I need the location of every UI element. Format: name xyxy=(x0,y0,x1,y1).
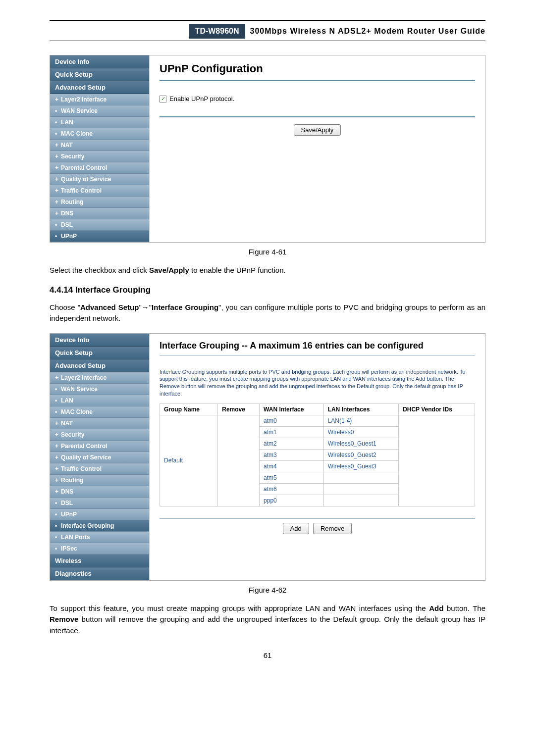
divider xyxy=(160,116,475,117)
wan-interface-cell: atm5 xyxy=(260,472,324,483)
sidebar-item-quality-of-service[interactable]: +Quality of Service xyxy=(50,452,149,463)
instruction-paragraph-2: To support this feature, you must create… xyxy=(50,603,485,637)
expand-icon: + xyxy=(55,96,58,103)
sidebar-item-nat[interactable]: +NAT xyxy=(50,418,149,429)
wan-interface-cell: atm2 xyxy=(260,438,324,449)
ig-title: Interface Grouping -- A maximum 16 entri… xyxy=(160,341,475,351)
text: Select the checkbox and click xyxy=(50,266,149,274)
sidebar-label: UPnP xyxy=(61,511,77,518)
sidebar-item-wan-service[interactable]: •WAN Service xyxy=(50,105,149,117)
sidebar-item-traffic-control[interactable]: +Traffic Control xyxy=(50,463,149,475)
instruction-paragraph-1: Select the checkbox and click Save/Apply… xyxy=(50,265,485,276)
sidebar-item-lan[interactable]: •LAN xyxy=(50,395,149,406)
sidebar-item-lan-ports[interactable]: •LAN Ports xyxy=(50,532,149,543)
sidebar-item-parental-control[interactable]: +Parental Control xyxy=(50,441,149,452)
sidebar-label: Parental Control xyxy=(61,443,107,450)
bullet-icon: • xyxy=(55,408,57,415)
lan-interface-cell xyxy=(323,495,399,506)
sidebar-item-nat[interactable]: +NAT xyxy=(50,140,149,151)
sidebar-item-lan[interactable]: •LAN xyxy=(50,117,149,128)
bullet-icon: • xyxy=(55,545,57,552)
enable-upnp-label: Enable UPnP protocol. xyxy=(169,95,234,102)
table-header: DHCP Vendor IDs xyxy=(399,403,475,415)
sidebar-item-dsl[interactable]: •DSL xyxy=(50,498,149,509)
sidebar-item-wan-service[interactable]: •WAN Service xyxy=(50,384,149,395)
divider xyxy=(160,518,475,519)
sidebar-item-routing[interactable]: +Routing xyxy=(50,197,149,208)
sidebar-item-device-info[interactable]: Device Info xyxy=(50,55,149,68)
sidebar-label: DSL xyxy=(61,500,73,506)
sidebar-item-interface-grouping[interactable]: •Interface Grouping xyxy=(50,520,149,532)
wan-interface-cell: atm6 xyxy=(260,483,324,495)
sidebar-label: Routing xyxy=(61,199,83,205)
sidebar-item-quick-setup[interactable]: Quick Setup xyxy=(50,347,149,359)
sidebar-label: Interface Grouping xyxy=(61,522,114,529)
sidebar-item-dsl[interactable]: •DSL xyxy=(50,219,149,231)
expand-icon: + xyxy=(55,374,58,381)
sidebar-item-security[interactable]: +Security xyxy=(50,429,149,441)
expand-icon: + xyxy=(55,477,58,484)
text: Choose " xyxy=(50,303,80,311)
sidebar-item-layer2-interface[interactable]: +Layer2 Interface xyxy=(50,94,149,105)
bullet-icon: • xyxy=(55,522,57,529)
table-header: WAN Interface xyxy=(260,403,324,415)
text: button. The xyxy=(443,604,485,612)
bullet-icon: • xyxy=(55,130,57,137)
text-bold: Add xyxy=(429,604,443,612)
sidebar-item-ipsec[interactable]: •IPSec xyxy=(50,543,149,554)
lan-interface-cell: Wireless0_Guest1 xyxy=(323,438,399,449)
sidebar-label: Traffic Control xyxy=(61,187,102,194)
upnp-config-screenshot: Device Info Quick Setup Advanced Setup +… xyxy=(50,55,485,243)
sidebar-label: WAN Service xyxy=(61,107,98,114)
lan-interface-cell xyxy=(323,472,399,483)
sidebar-item-routing[interactable]: +Routing xyxy=(50,475,149,486)
expand-icon: + xyxy=(55,176,58,183)
bullet-icon: • xyxy=(55,119,57,126)
guide-title: 300Mbps Wireless N ADSL2+ Modem Router U… xyxy=(250,27,485,36)
section-intro: Choose "Advanced Setup"→"Interface Group… xyxy=(50,302,485,324)
sidebar-item-dns[interactable]: +DNS xyxy=(50,208,149,219)
sidebar-item-advanced-setup[interactable]: Advanced Setup xyxy=(50,359,149,372)
sidebar-item-upnp[interactable]: •UPnP xyxy=(50,509,149,520)
sidebar-item-dns[interactable]: +DNS xyxy=(50,486,149,498)
text: button will remove the grouping and add … xyxy=(50,615,485,635)
sidebar-label: MAC Clone xyxy=(61,408,93,415)
expand-icon: + xyxy=(55,187,58,194)
wan-interface-cell: atm1 xyxy=(260,426,324,438)
save-apply-button[interactable]: Save/Apply xyxy=(294,124,341,136)
dhcp-vendor-cell xyxy=(399,415,475,506)
document-header: TD-W8960N 300Mbps Wireless N ADSL2+ Mode… xyxy=(50,24,485,39)
sidebar-label: DNS xyxy=(61,488,73,495)
enable-upnp-checkbox[interactable]: ✓ xyxy=(160,96,166,102)
sidebar-item-wireless[interactable]: Wireless xyxy=(50,554,149,567)
lan-interface-cell: Wireless0_Guest3 xyxy=(323,460,399,472)
sidebar-item-mac-clone[interactable]: •MAC Clone xyxy=(50,128,149,140)
sidebar-item-mac-clone[interactable]: •MAC Clone xyxy=(50,406,149,418)
remove-button[interactable]: Remove xyxy=(313,523,352,534)
interface-grouping-table: Group NameRemoveWAN InterfaceLAN Interfa… xyxy=(160,403,475,506)
sidebar-item-parental-control[interactable]: +Parental Control xyxy=(50,162,149,174)
add-button[interactable]: Add xyxy=(283,523,309,534)
sidebar-nav: Device Info Quick Setup Advanced Setup +… xyxy=(50,334,149,580)
sidebar-item-device-info[interactable]: Device Info xyxy=(50,334,149,347)
text: "→" xyxy=(139,303,152,311)
header-bottom-rule xyxy=(50,41,485,41)
wan-interface-cell: atm4 xyxy=(260,460,324,472)
text: to enable the UPnP function. xyxy=(189,266,286,274)
sidebar-item-advanced-setup[interactable]: Advanced Setup xyxy=(50,81,149,94)
table-header: Group Name xyxy=(160,403,218,415)
bullet-icon: • xyxy=(55,511,57,518)
sidebar-label: Security xyxy=(61,153,84,160)
sidebar-label: NAT xyxy=(61,142,73,149)
sidebar-item-layer2-interface[interactable]: +Layer2 Interface xyxy=(50,372,149,384)
sidebar-item-upnp[interactable]: •UPnP xyxy=(50,231,149,242)
group-name-cell: Default xyxy=(160,415,218,506)
bullet-icon: • xyxy=(55,397,57,404)
sidebar-item-diagnostics[interactable]: Diagnostics xyxy=(50,567,149,580)
sidebar-item-traffic-control[interactable]: +Traffic Control xyxy=(50,185,149,197)
expand-icon: + xyxy=(55,153,58,160)
page-number: 61 xyxy=(50,651,485,659)
sidebar-item-security[interactable]: +Security xyxy=(50,151,149,162)
sidebar-item-quality-of-service[interactable]: +Quality of Service xyxy=(50,174,149,185)
sidebar-item-quick-setup[interactable]: Quick Setup xyxy=(50,68,149,81)
